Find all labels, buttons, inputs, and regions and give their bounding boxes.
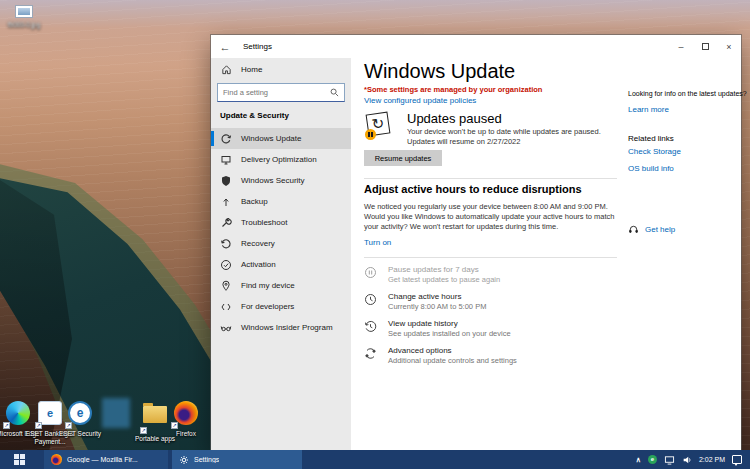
get-help-row[interactable]: Get help <box>628 224 675 235</box>
start-button[interactable] <box>0 450 38 469</box>
shortcut-arrow-icon: ↗ <box>3 422 10 429</box>
shield-icon <box>220 175 232 187</box>
minimize-button[interactable]: – <box>669 35 693 58</box>
search-box[interactable] <box>217 83 345 102</box>
option-pause-updates[interactable]: Pause updates for 7 days Get latest upda… <box>364 265 624 292</box>
active-hours-clock-icon <box>364 292 378 319</box>
sidebar-item-for-developers[interactable]: For developers <box>211 296 351 317</box>
gear-icon <box>179 455 189 465</box>
related-links-column: Looking for info on the latest updates? … <box>628 90 748 97</box>
pause-circle-icon <box>364 265 378 292</box>
titlebar[interactable]: ← Settings – × <box>211 35 741 58</box>
history-clock-icon <box>364 319 378 346</box>
headset-icon <box>628 224 639 235</box>
option-advanced-options[interactable]: Advanced options Additional update contr… <box>364 346 624 373</box>
checkmark-circle-icon <box>220 259 232 271</box>
search-icon[interactable] <box>330 88 339 97</box>
delivery-optimization-icon <box>220 154 232 166</box>
pause-badge-icon <box>365 129 376 140</box>
option-change-active-hours[interactable]: Change active hours Currently 8:00 AM to… <box>364 292 624 319</box>
active-hours-body: We noticed you regularly use your device… <box>364 202 622 231</box>
action-center-icon[interactable] <box>732 455 742 464</box>
sidebar-nav: Windows Update Delivery Optimization Win… <box>211 128 351 338</box>
active-hours-heading: Adjust active hours to reduce disruption… <box>364 183 582 195</box>
desktop: fb000-0.jpg ↗ Microsoft Edge e↗ ESET Ban… <box>0 0 750 469</box>
option-view-update-history[interactable]: View update history See updates installe… <box>364 319 624 346</box>
updates-paused-title: Updates paused <box>407 111 601 127</box>
divider <box>364 178 617 179</box>
check-storage-link[interactable]: Check Storage <box>628 147 681 156</box>
shortcut-arrow-icon: ↗ <box>140 427 147 434</box>
close-button[interactable]: × <box>717 35 741 58</box>
sidebar-item-windows-insider[interactable]: Windows Insider Program <box>211 317 351 338</box>
resume-updates-button[interactable]: Resume updates <box>364 150 442 166</box>
info-heading: Looking for info on the latest updates? <box>628 90 748 97</box>
taskbar-button-firefox[interactable]: Google — Mozilla Fir... <box>44 450 168 469</box>
settings-window: ← Settings – × Home <box>211 35 741 450</box>
shortcut-arrow-icon: ↗ <box>171 422 178 429</box>
backup-icon <box>220 196 232 208</box>
back-button[interactable]: ← <box>211 41 239 53</box>
home-icon <box>220 63 232 75</box>
sidebar-item-backup[interactable]: Backup <box>211 191 351 212</box>
sidebar-item-windows-update[interactable]: Windows Update <box>211 128 351 149</box>
blurred-app-icon <box>102 398 130 428</box>
main-content: Windows Update *Some settings are manage… <box>351 58 741 450</box>
shortcut-arrow-icon: ↗ <box>35 422 42 429</box>
shortcut-arrow-icon: ↗ <box>65 422 72 429</box>
search-input[interactable] <box>223 88 330 97</box>
updates-paused-section: ↻ Updates paused Your device won't be up… <box>364 111 601 147</box>
os-build-info-link[interactable]: OS build info <box>628 164 674 173</box>
sidebar-item-find-my-device[interactable]: Find my device <box>211 275 351 296</box>
updates-paused-line2: Updates will resume on 2/27/2022 <box>407 137 601 147</box>
maximize-button[interactable] <box>693 35 717 58</box>
configured-update-policies-link[interactable]: View configured update policies <box>364 96 476 105</box>
system-tray: ∧ e 2:02 PM <box>636 450 750 469</box>
sync-icon <box>220 133 232 145</box>
sidebar-item-delivery-optimization[interactable]: Delivery Optimization <box>211 149 351 170</box>
window-title: Settings <box>243 42 669 51</box>
home-label: Home <box>241 65 262 74</box>
updates-paused-line1: Your device won't be up to date while up… <box>407 127 601 137</box>
sidebar-item-troubleshoot[interactable]: Troubleshoot <box>211 212 351 233</box>
glasses-icon <box>220 322 232 334</box>
sidebar-item-recovery[interactable]: Recovery <box>211 233 351 254</box>
sidebar-item-home[interactable]: Home <box>211 60 351 78</box>
desktop-icon-image-file[interactable]: fb000-0.jpg <box>0 5 52 29</box>
network-icon[interactable] <box>664 455 675 465</box>
sidebar-item-activation[interactable]: Activation <box>211 254 351 275</box>
eset-tray-icon[interactable]: e <box>648 455 657 464</box>
windows-logo-icon <box>14 454 25 465</box>
volume-icon[interactable] <box>682 455 692 465</box>
image-file-icon <box>15 5 33 18</box>
learn-more-link[interactable]: Learn more <box>628 105 669 114</box>
divider <box>364 257 617 258</box>
wrench-icon <box>220 217 232 229</box>
turn-on-link[interactable]: Turn on <box>364 238 391 247</box>
desktop-icon-firefox[interactable]: ↗ Firefox <box>160 400 212 438</box>
taskbar-button-settings[interactable]: Settings <box>172 450 302 469</box>
location-pin-icon <box>220 280 232 292</box>
update-options-list: Pause updates for 7 days Get latest upda… <box>364 265 624 373</box>
page-title: Windows Update <box>364 60 515 83</box>
firefox-icon <box>51 454 62 465</box>
desktop-icon-label: fb000-0.jpg <box>0 21 52 29</box>
taskbar: Google — Mozilla Fir... Settings ∧ e 2:0… <box>0 450 750 469</box>
sidebar-section-label: Update & Security <box>220 111 351 121</box>
get-help-link[interactable]: Get help <box>645 225 675 234</box>
related-links-heading: Related links <box>628 134 674 143</box>
hidden-icons-chevron[interactable]: ∧ <box>636 456 641 464</box>
recovery-icon <box>220 238 232 250</box>
updates-paused-icon: ↻ <box>364 111 394 141</box>
advanced-options-icon <box>364 346 378 373</box>
managed-by-org-notice: *Some settings are managed by your organ… <box>364 85 542 94</box>
code-icon <box>220 301 232 313</box>
clock[interactable]: 2:02 PM <box>699 456 725 463</box>
sidebar-item-windows-security[interactable]: Windows Security <box>211 170 351 191</box>
sidebar: Home Update & Security Windows Update <box>211 58 351 450</box>
maximize-icon <box>702 43 709 50</box>
